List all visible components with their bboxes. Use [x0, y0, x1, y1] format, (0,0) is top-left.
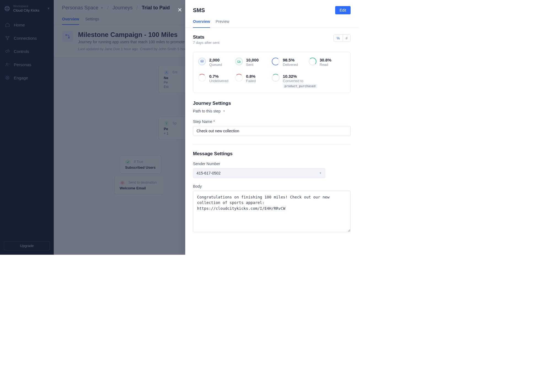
nav-personas[interactable]: Personas	[2, 59, 52, 70]
nav-connections[interactable]: Connections	[2, 32, 52, 44]
message-settings-heading: Message Settings	[193, 151, 351, 157]
path-to-step-dropdown[interactable]: Path to this step ▼	[193, 109, 351, 113]
stats-card: 2,000Queued 10,000Sent 98.5%Delivered 30…	[193, 52, 351, 93]
stats-subtext: 7 days after sent	[193, 41, 351, 45]
check-icon	[125, 159, 131, 165]
sidebar: Workspace Cloud City Kicks ▼ Home Connec…	[0, 0, 54, 255]
tab-overview[interactable]: Overview	[62, 17, 79, 25]
ring-icon	[235, 58, 243, 65]
step-name-label: Step Name *	[193, 119, 351, 124]
connections-icon	[5, 36, 10, 41]
body-textarea[interactable]	[193, 191, 351, 232]
home-icon	[5, 22, 10, 27]
nav-label: Personas	[14, 62, 31, 67]
crumb-space[interactable]: Personas Space	[62, 5, 98, 11]
panel-title: SMS	[193, 7, 205, 14]
stat-converted: 10.32% Converted to product_purchased	[272, 74, 345, 88]
ring-icon	[272, 74, 279, 82]
tab-settings[interactable]: Settings	[85, 17, 99, 25]
nav-label: Controls	[14, 49, 29, 54]
chevron-down-icon: ▼	[47, 7, 50, 10]
crumb-current: Trial to Paid	[142, 5, 170, 11]
journey-icon	[62, 31, 73, 42]
nav-label: Connections	[14, 36, 37, 41]
panel-tab-preview[interactable]: Preview	[216, 19, 229, 28]
user-icon	[164, 70, 169, 75]
svg-point-8	[68, 37, 69, 38]
campaign-description: Journey for running app users that reach…	[78, 40, 197, 44]
app-logo-icon	[4, 5, 10, 12]
chevron-down-icon: ▼	[319, 172, 322, 174]
panel-tab-overview[interactable]: Overview	[193, 19, 210, 28]
toggle-number[interactable]: #	[343, 35, 350, 42]
stat-queued: 2,000Queued	[198, 58, 235, 67]
svg-point-9	[166, 71, 167, 73]
nav-label: Engage	[14, 76, 28, 80]
ring-icon	[198, 58, 206, 65]
controls-icon	[5, 49, 10, 54]
node-destination[interactable]: Send to destination Welcome Email	[114, 176, 164, 194]
toggle-percent[interactable]: %	[334, 35, 343, 42]
node-iftrue[interactable]: If True Subscribed Users	[120, 155, 161, 174]
nav-label: Home	[14, 23, 25, 27]
nav-controls[interactable]: Controls	[2, 45, 52, 57]
node-split[interactable]: Sp Pe + 1	[158, 117, 189, 139]
ring-icon	[198, 74, 206, 82]
workspace-name: Cloud City Kicks	[13, 8, 44, 12]
conversion-event-code: product_purchased	[283, 84, 317, 88]
svg-point-3	[7, 39, 8, 40]
personas-icon	[5, 62, 10, 67]
sender-number-select[interactable]: 415-617-0502 ▼	[193, 168, 325, 178]
svg-rect-12	[237, 61, 240, 62]
destination-icon	[120, 180, 125, 186]
crumb-journeys[interactable]: Journeys	[112, 5, 133, 11]
workspace-switcher[interactable]: Workspace Cloud City Kicks ▼	[0, 0, 54, 16]
campaign-title: Milestone Campaign - 100 Miles	[78, 31, 197, 39]
svg-point-6	[6, 76, 9, 79]
sender-number-label: Sender Number	[193, 162, 351, 166]
stat-delivered: 98.5%Delivered	[272, 58, 309, 67]
split-icon	[164, 121, 169, 126]
ring-icon	[309, 58, 316, 65]
journey-settings-heading: Journey Settings	[193, 101, 351, 106]
nav-home[interactable]: Home	[2, 19, 52, 31]
chevron-down-icon: ▼	[223, 110, 225, 112]
engage-icon	[5, 75, 10, 80]
stat-read: 30.8%Read	[309, 58, 346, 67]
stats-unit-toggle: % #	[334, 34, 351, 42]
stat-undelivered: 0.7%Undelivered	[198, 74, 235, 88]
ring-icon	[272, 58, 279, 65]
workspace-label: Workspace	[13, 4, 44, 8]
node-entry[interactable]: Ent Ne Pe Est	[158, 66, 189, 93]
sms-panel: SMS Edit Overview Preview Stats 7 days a…	[185, 0, 358, 255]
ring-icon	[235, 74, 243, 82]
body-label: Body	[193, 184, 351, 189]
svg-point-7	[66, 34, 66, 35]
chevron-down-icon[interactable]: ▼	[101, 6, 103, 9]
step-name-input[interactable]	[193, 126, 351, 136]
svg-point-5	[7, 77, 8, 79]
svg-point-0	[5, 6, 10, 11]
upgrade-button[interactable]: Upgrade	[4, 241, 50, 250]
stat-sent: 10,000Sent	[235, 58, 272, 67]
edit-button[interactable]: Edit	[335, 6, 351, 14]
close-icon[interactable]: ✕	[178, 7, 182, 13]
stat-failed: 0.8%Failed	[235, 74, 272, 88]
nav-engage[interactable]: Engage	[2, 72, 52, 84]
stats-heading: Stats	[193, 34, 351, 40]
campaign-meta: Last updated by Jane Doe 1 hour ago. Cre…	[78, 47, 197, 51]
svg-point-4	[6, 63, 8, 65]
